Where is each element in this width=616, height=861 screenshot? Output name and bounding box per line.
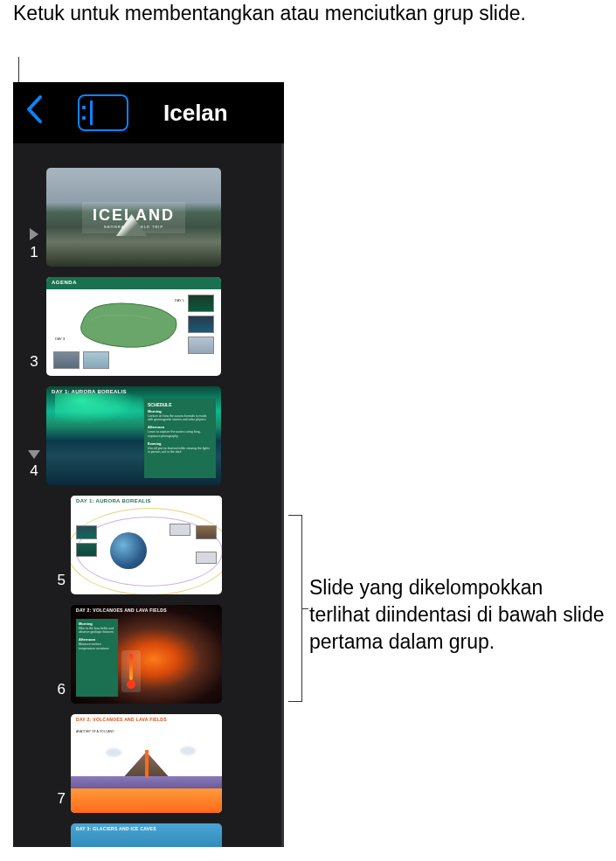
diagram-label	[196, 552, 217, 564]
diagram-inset	[76, 543, 97, 557]
slide-header: DAY 1: AURORA BOREALIS	[71, 496, 222, 508]
slide-number: 5	[58, 572, 66, 589]
schedule-desc: Hike to the lava fields and observe geol…	[79, 627, 115, 634]
document-title: Icelan	[163, 100, 228, 127]
schedule-desc: Use all you've learned while viewing the…	[148, 447, 212, 454]
slide-number: 1	[30, 244, 38, 261]
slide-subheading: ANATOMY OF A VOLCANO	[76, 730, 114, 734]
slide-thumbnail[interactable]: DAY 1: AURORA BOREALIS	[71, 496, 222, 594]
slide-thumbnail[interactable]: DAY 2: VOLCANOES AND LAVA FIELDS ANATOMY…	[71, 714, 222, 813]
slide-navigator[interactable]: 1 ICELAND GEOGRAPHY FIELD TRIP 3 AGENDA	[13, 143, 284, 847]
slide-number: 7	[58, 790, 66, 808]
slide-thumbnail[interactable]: ICELAND GEOGRAPHY FIELD TRIP	[46, 168, 221, 267]
schedule-time: Morning	[148, 409, 212, 413]
slide-header: DAY 2: VOLCANOES AND LAVA FIELDS	[71, 714, 222, 725]
schedule-panel: Morning Hike to the lava fields and obse…	[76, 619, 118, 697]
slide-item[interactable]: 7 DAY 2: VOLCANOES AND LAVA FIELDS ANATO…	[22, 714, 273, 813]
back-button[interactable]	[25, 94, 43, 132]
agenda-image	[188, 337, 214, 354]
slide-meta: 5	[22, 572, 71, 594]
day-label: DAY 1	[175, 298, 184, 302]
panel-heading: SCHEDULE	[148, 402, 212, 407]
slide-item[interactable]: 5 DAY 1: AURORA BOREALIS	[22, 496, 273, 594]
schedule-time: Afternoon	[79, 637, 115, 642]
iceland-map-graphic	[73, 295, 186, 356]
slide-header: DAY 2: VOLCANOES AND LAVA FIELDS	[71, 605, 222, 615]
slide-header: AGENDA	[46, 277, 221, 289]
schedule-time: Evening	[148, 441, 212, 446]
slide-item[interactable]: 6 DAY 2: VOLCANOES AND LAVA FIELDS Morni…	[22, 605, 273, 704]
slide-item[interactable]: 3 AGENDA DAY 1 DAY 3	[22, 277, 273, 376]
diagram-label	[170, 524, 190, 536]
diagram-inset	[76, 525, 97, 539]
slide-item[interactable]: 1 ICELAND GEOGRAPHY FIELD TRIP	[22, 168, 273, 267]
view-mode-button[interactable]	[78, 94, 128, 131]
slide-meta: 7	[22, 790, 71, 813]
slide-meta: 4	[22, 450, 46, 485]
callout-bracket	[288, 515, 302, 702]
volcano-diagram	[71, 745, 222, 813]
slide-header: DAY 1: AURORA BOREALIS	[46, 386, 221, 397]
slide-number: 4	[30, 462, 38, 480]
slide-thumbnail[interactable]: DAY 1: AURORA BOREALIS SCHEDULE Morning …	[46, 386, 221, 485]
schedule-time: Morning	[79, 621, 115, 626]
disclosure-triangle-expanded[interactable]	[28, 450, 40, 459]
slide-header: DAY 3: GLACIERS AND ICE CAVES	[71, 823, 222, 834]
slide-meta: 3	[22, 353, 46, 376]
schedule-panel: SCHEDULE Morning Lecture on how the auro…	[144, 399, 216, 478]
aurora-diagram	[71, 508, 222, 594]
chevron-left-icon	[25, 94, 43, 124]
disclosure-triangle-collapsed[interactable]	[30, 228, 38, 240]
slide-item[interactable]: DAY 3: GLACIERS AND ICE CAVES	[22, 823, 273, 847]
callout-top-text: Ketuk untuk membentangkan atau menciutka…	[13, 0, 526, 27]
agenda-image	[188, 295, 214, 312]
slide-thumbnail[interactable]: AGENDA DAY 1 DAY 3	[46, 277, 221, 376]
thermometer-icon	[121, 650, 141, 692]
toolbar: Icelan	[13, 82, 284, 143]
slide-thumbnail[interactable]: DAY 2: VOLCANOES AND LAVA FIELDS Morning…	[71, 605, 222, 704]
agenda-image	[53, 351, 80, 369]
diagram-inset	[196, 525, 217, 539]
slide-number: 3	[30, 353, 38, 371]
slide-thumbnail[interactable]: DAY 3: GLACIERS AND ICE CAVES	[71, 823, 222, 847]
schedule-desc: Learn to capture the aurora using long-e…	[148, 430, 212, 437]
app-window: Icelan 1 ICELAND GEOGRAPHY FIELD TRIP 3	[13, 82, 284, 847]
cloud-icon	[106, 748, 121, 757]
schedule-desc: Lecture on how the aurora borealis is ma…	[148, 414, 212, 421]
agenda-image	[188, 316, 214, 333]
schedule-desc: Measure surface temperature variations	[79, 642, 115, 649]
callout-right-text: Slide yang dikelompokkan terlihat diinde…	[309, 574, 606, 656]
earth-icon	[110, 532, 147, 569]
navigator-icon	[82, 102, 87, 123]
agenda-image	[83, 351, 109, 369]
day-label: DAY 3	[55, 337, 65, 341]
slide-meta: 1	[22, 228, 46, 267]
slide-meta: 6	[22, 681, 71, 704]
schedule-time: Afternoon	[148, 425, 212, 429]
slide-item[interactable]: 4 DAY 1: AURORA BOREALIS SCHEDULE Mornin…	[22, 386, 273, 485]
slide-number: 6	[58, 681, 66, 698]
cloud-icon	[180, 746, 196, 755]
